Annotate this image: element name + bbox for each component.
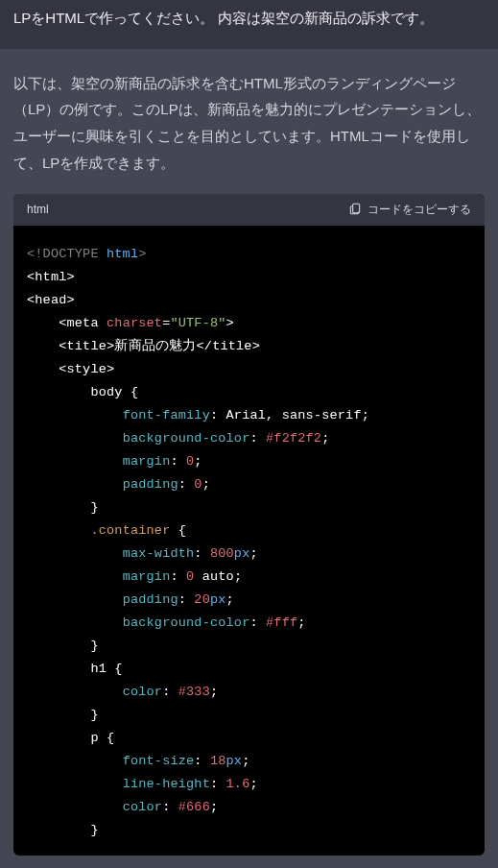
code-token: } xyxy=(90,639,98,653)
code-token: { xyxy=(170,523,186,538)
code-token: "UTF-8" xyxy=(170,316,225,330)
code-token: h1 xyxy=(90,662,107,676)
code-token: } xyxy=(90,708,98,722)
code-token: font-family xyxy=(123,408,210,422)
code-token: #666 xyxy=(178,800,210,814)
code-token: auto xyxy=(194,569,234,584)
code-token: ; xyxy=(234,569,242,584)
code-language-label: html xyxy=(27,203,49,216)
code-token: margin xyxy=(123,454,171,469)
code-header: html コードをコピーする xyxy=(13,194,485,226)
code-token: ; xyxy=(226,592,234,607)
code-token: ; xyxy=(210,800,218,814)
code-token: ; xyxy=(321,431,329,446)
code-token: ; xyxy=(297,615,305,630)
code-token: } xyxy=(90,500,98,515)
user-message-section: LPをHTMLで作ってください。 内容は架空の新商品の訴求です。 xyxy=(0,0,498,49)
code-token: : xyxy=(210,408,226,422)
code-token: <head> xyxy=(27,293,75,307)
code-token: padding xyxy=(123,592,178,607)
code-token: body xyxy=(90,385,122,399)
code-token: : xyxy=(170,569,186,584)
svg-rect-0 xyxy=(353,204,360,212)
code-token: color xyxy=(123,800,163,814)
assistant-intro-text: 以下は、架空の新商品の訴求を含むHTML形式のランディングページ（LP）の例です… xyxy=(13,70,485,177)
code-token: max-width xyxy=(123,546,195,561)
code-token: 20 xyxy=(194,592,210,607)
code-token: > xyxy=(138,247,146,261)
code-token: charset xyxy=(107,316,162,330)
clipboard-icon xyxy=(348,202,362,218)
code-token: : xyxy=(162,685,178,699)
code-token: { xyxy=(99,731,115,745)
code-token: px xyxy=(210,592,226,607)
code-token: .container xyxy=(90,523,170,538)
code-token: 0 xyxy=(194,477,202,492)
code-token: <title> xyxy=(59,339,114,353)
code-token: 新商品の魅力 xyxy=(114,339,196,353)
code-token: #fff xyxy=(266,615,297,630)
code-token: background-color xyxy=(123,431,250,446)
code-token: : xyxy=(194,754,210,768)
code-token: ; xyxy=(242,754,249,768)
code-token: padding xyxy=(123,477,178,492)
code-token: #f2f2f2 xyxy=(266,431,321,446)
code-token: 1.6 xyxy=(226,777,250,791)
code-token: px xyxy=(234,546,250,561)
code-token: <meta xyxy=(59,316,107,330)
code-token: { xyxy=(107,662,123,676)
code-token: : xyxy=(170,454,186,469)
code-token: #333 xyxy=(178,685,210,699)
code-token: margin xyxy=(123,569,171,584)
code-token: ; xyxy=(210,685,218,699)
code-token: ; xyxy=(249,777,257,791)
code-token: : xyxy=(210,777,226,791)
code-token: </title> xyxy=(197,339,260,353)
code-token: 800 xyxy=(210,546,234,561)
assistant-message-section: 以下は、架空の新商品の訴求を含むHTML形式のランディングページ（LP）の例です… xyxy=(0,49,498,869)
code-token: ; xyxy=(362,408,369,422)
user-message-text: LPをHTMLで作ってください。 内容は架空の新商品の訴求です。 xyxy=(13,8,485,30)
code-token: : xyxy=(178,592,195,607)
code-token: : xyxy=(178,477,195,492)
code-token: : xyxy=(249,431,266,446)
code-token: ; xyxy=(249,546,257,561)
code-token: } xyxy=(90,823,98,837)
code-token: <!DOCTYPE xyxy=(27,247,107,261)
code-token: line-height xyxy=(123,777,210,791)
code-token: { xyxy=(123,385,139,399)
code-token: 18 xyxy=(210,754,226,768)
copy-code-button[interactable]: コードをコピーする xyxy=(348,202,471,218)
code-token: html xyxy=(107,247,138,261)
code-token: Arial, sans-serif xyxy=(226,408,362,422)
code-token: ; xyxy=(202,477,210,492)
code-body[interactable]: <!DOCTYPE html> <html> <head> <meta char… xyxy=(13,226,485,856)
code-block: html コードをコピーする <!DOCTYPE html> <html> <h… xyxy=(13,194,485,856)
copy-code-label: コードをコピーする xyxy=(368,202,471,218)
code-token: ; xyxy=(194,454,202,469)
code-token: px xyxy=(226,754,243,768)
code-token: : xyxy=(249,615,266,630)
code-token: > xyxy=(226,316,234,330)
code-token: color xyxy=(123,685,163,699)
code-token: p xyxy=(90,731,98,745)
code-token: font-size xyxy=(123,754,195,768)
code-token: : xyxy=(194,546,210,561)
code-token: : xyxy=(162,800,178,814)
code-token: <html> xyxy=(27,270,75,284)
code-token: <style> xyxy=(59,362,114,376)
code-token: background-color xyxy=(123,615,250,630)
